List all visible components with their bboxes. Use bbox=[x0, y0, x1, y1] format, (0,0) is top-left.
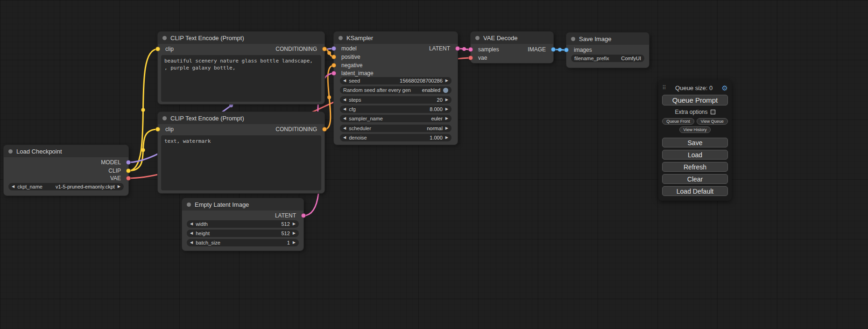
height-widget[interactable]: ◀ height 512 ▶ bbox=[187, 230, 299, 237]
prev-arrow-icon[interactable]: ◀ bbox=[343, 98, 346, 102]
input-slot-images: images bbox=[566, 46, 649, 54]
sampler-name-widget[interactable]: ◀ sampler_name euler ▶ bbox=[340, 115, 452, 122]
node-titlebar[interactable]: VAE Decode bbox=[471, 32, 553, 44]
save-button[interactable]: Save bbox=[662, 138, 728, 147]
node-titlebar[interactable]: Empty Latent Image bbox=[182, 198, 303, 210]
widget-label: height bbox=[196, 231, 210, 236]
node-titlebar[interactable]: CLIP Text Encode (Prompt) bbox=[158, 112, 325, 124]
prev-arrow-icon[interactable]: ◀ bbox=[190, 231, 193, 235]
widget-label: width bbox=[196, 221, 208, 227]
image-output-port[interactable] bbox=[551, 47, 556, 52]
vae-output-port[interactable] bbox=[126, 176, 131, 181]
toggle-dot-icon[interactable] bbox=[443, 88, 448, 93]
widget-value[interactable]: 8.000 bbox=[430, 106, 443, 112]
widget-value[interactable]: v1-5-pruned-emaonly.ckpt bbox=[56, 184, 115, 189]
widget-value[interactable]: enabled bbox=[422, 87, 440, 93]
load-button[interactable]: Load bbox=[662, 150, 728, 160]
node-title: Empty Latent Image bbox=[195, 201, 249, 208]
next-arrow-icon[interactable]: ▶ bbox=[445, 98, 448, 102]
node-clip-text-encode-negative[interactable]: CLIP Text Encode (Prompt) clip CONDITION… bbox=[158, 112, 325, 193]
widget-value[interactable]: 156680208700286 bbox=[400, 78, 443, 84]
widget-value[interactable]: 1.000 bbox=[430, 135, 443, 140]
next-arrow-icon[interactable]: ▶ bbox=[293, 241, 296, 245]
latent-output-port[interactable] bbox=[301, 213, 306, 218]
next-arrow-icon[interactable]: ▶ bbox=[118, 185, 120, 189]
node-graph-canvas[interactable]: Load Checkpoint MODEL CLIP VAE ◀ ckpt_na… bbox=[0, 0, 868, 329]
vae-input-port[interactable] bbox=[468, 56, 473, 60]
node-clip-text-encode-positive[interactable]: CLIP Text Encode (Prompt) clip CONDITION… bbox=[158, 32, 325, 104]
prev-arrow-icon[interactable]: ◀ bbox=[190, 241, 193, 245]
next-arrow-icon[interactable]: ▶ bbox=[445, 79, 448, 83]
model-output-port[interactable] bbox=[126, 160, 131, 165]
steps-widget[interactable]: ◀ steps 20 ▶ bbox=[340, 96, 452, 104]
denoise-widget[interactable]: ◀ denoise 1.000 ▶ bbox=[340, 134, 452, 141]
extra-options-checkbox[interactable] bbox=[711, 110, 715, 114]
latent-output-port[interactable] bbox=[455, 46, 460, 51]
widget-value[interactable]: normal bbox=[427, 126, 443, 131]
node-titlebar[interactable]: CLIP Text Encode (Prompt) bbox=[158, 32, 325, 44]
width-widget[interactable]: ◀ width 512 ▶ bbox=[187, 220, 299, 228]
next-arrow-icon[interactable]: ▶ bbox=[445, 107, 448, 111]
view-history-button[interactable]: View History bbox=[679, 126, 711, 133]
conditioning-output-port[interactable] bbox=[322, 127, 327, 132]
queue-prompt-button[interactable]: Queue Prompt bbox=[662, 95, 728, 105]
seed-widget[interactable]: ◀ seed 156680208700286 ▶ bbox=[340, 77, 452, 84]
prev-arrow-icon[interactable]: ◀ bbox=[12, 185, 14, 189]
node-status-dot bbox=[187, 203, 191, 207]
batch-size-widget[interactable]: ◀ batch_size 1 ▶ bbox=[187, 239, 299, 246]
negative-prompt-textarea[interactable]: text, watermark bbox=[161, 135, 321, 190]
widget-value[interactable]: 1 bbox=[287, 240, 290, 245]
clear-button[interactable]: Clear bbox=[662, 174, 728, 184]
node-ksampler[interactable]: KSampler model LATENT positive negative … bbox=[334, 32, 458, 145]
prev-arrow-icon[interactable]: ◀ bbox=[190, 222, 193, 226]
node-titlebar[interactable]: Load Checkpoint bbox=[4, 145, 128, 157]
clip-output-port[interactable] bbox=[126, 168, 131, 173]
prev-arrow-icon[interactable]: ◀ bbox=[343, 136, 346, 140]
next-arrow-icon[interactable]: ▶ bbox=[293, 231, 296, 235]
prev-arrow-icon[interactable]: ◀ bbox=[343, 79, 346, 83]
random-seed-toggle-widget[interactable]: Random seed after every gen enabled bbox=[340, 86, 452, 94]
load-default-button[interactable]: Load Default bbox=[662, 186, 728, 196]
prev-arrow-icon[interactable]: ◀ bbox=[343, 126, 346, 130]
refresh-button[interactable]: Refresh bbox=[662, 162, 728, 172]
link-midpoint-dot bbox=[141, 148, 145, 152]
next-arrow-icon[interactable]: ▶ bbox=[445, 117, 448, 120]
output-label: CONDITIONING bbox=[275, 126, 317, 133]
widget-value[interactable]: ComfyUI bbox=[621, 56, 641, 61]
node-vae-decode[interactable]: VAE Decode samples IMAGE vae bbox=[471, 32, 553, 63]
prev-arrow-icon[interactable]: ◀ bbox=[343, 117, 346, 120]
prev-arrow-icon[interactable]: ◀ bbox=[343, 107, 346, 111]
widget-label: batch_size bbox=[196, 240, 220, 245]
images-input-port[interactable] bbox=[564, 48, 569, 52]
widget-value[interactable]: 512 bbox=[281, 221, 289, 227]
node-load-checkpoint[interactable]: Load Checkpoint MODEL CLIP VAE ◀ ckpt_na… bbox=[4, 145, 128, 196]
node-save-image[interactable]: Save Image images filename_prefix ComfyU… bbox=[566, 33, 649, 68]
negative-input-port[interactable] bbox=[332, 63, 336, 68]
panel-drag-handle-icon[interactable]: ⠿ bbox=[662, 84, 666, 91]
settings-gear-icon[interactable]: ⚙ bbox=[722, 84, 728, 91]
scheduler-widget[interactable]: ◀ scheduler normal ▶ bbox=[340, 125, 452, 132]
node-titlebar[interactable]: Save Image bbox=[566, 33, 649, 45]
input-label: positive bbox=[341, 54, 360, 60]
filename-prefix-widget[interactable]: filename_prefix ComfyUI bbox=[571, 55, 644, 62]
output-label: IMAGE bbox=[528, 46, 546, 53]
cfg-widget[interactable]: ◀ cfg 8.000 ▶ bbox=[340, 105, 452, 113]
latent-image-input-port[interactable] bbox=[332, 71, 336, 76]
extra-options-row: Extra options bbox=[662, 109, 728, 115]
next-arrow-icon[interactable]: ▶ bbox=[445, 136, 448, 140]
widget-value[interactable]: 512 bbox=[281, 231, 289, 236]
conditioning-output-port[interactable] bbox=[322, 47, 327, 51]
queue-front-button[interactable]: Queue Front bbox=[662, 118, 694, 125]
positive-input-port[interactable] bbox=[332, 55, 336, 59]
widget-value[interactable]: euler bbox=[431, 116, 442, 121]
node-empty-latent-image[interactable]: Empty Latent Image LATENT ◀ width 512 ▶ … bbox=[182, 198, 303, 251]
next-arrow-icon[interactable]: ▶ bbox=[445, 126, 448, 130]
ckpt-name-widget[interactable]: ◀ ckpt_name v1-5-pruned-emaonly.ckpt ▶ bbox=[8, 183, 124, 190]
positive-prompt-textarea[interactable]: beautiful scenery nature glass bottle la… bbox=[161, 55, 321, 102]
output-label: MODEL bbox=[101, 159, 121, 166]
view-queue-button[interactable]: View Queue bbox=[697, 118, 728, 125]
next-arrow-icon[interactable]: ▶ bbox=[293, 222, 296, 226]
widget-value[interactable]: 20 bbox=[437, 97, 443, 103]
widget-label: seed bbox=[349, 78, 360, 84]
node-titlebar[interactable]: KSampler bbox=[334, 32, 458, 44]
